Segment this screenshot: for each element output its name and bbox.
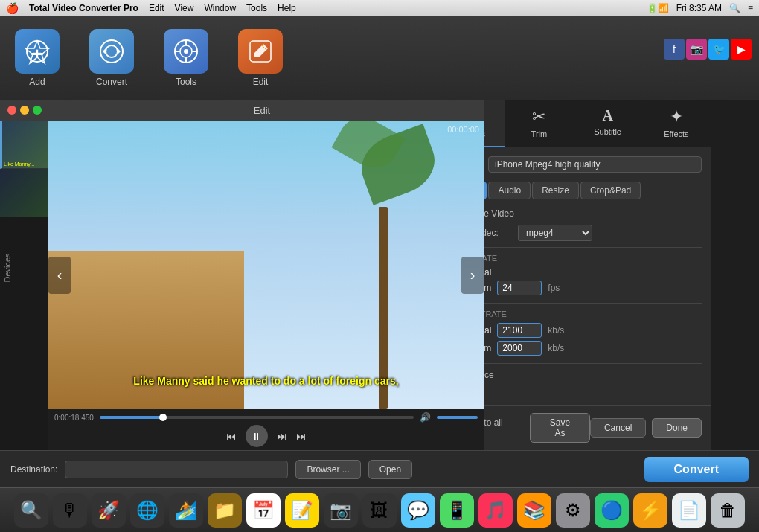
dock-antivirus[interactable]: 🔵 [595, 493, 629, 528]
dock-settings[interactable]: ⚙ [556, 493, 590, 528]
dock-finder[interactable]: 🔍 [14, 493, 48, 528]
app-name-menu[interactable]: Total Video Converter Pro [29, 3, 138, 13]
tools-icon [164, 29, 208, 74]
video-codec-select[interactable]: mpeg4 [518, 225, 592, 241]
sub-tab-audio[interactable]: Audio [488, 182, 531, 199]
edit-window-header: Edit [0, 100, 484, 121]
dock-music[interactable]: 🎵 [478, 493, 513, 528]
svg-point-9 [184, 49, 188, 54]
subtitle-tab-icon: A [602, 107, 612, 124]
youtube-icon[interactable]: ▶ [731, 39, 752, 60]
seek-bar[interactable] [100, 416, 414, 419]
video-controls: 0:00:18:450 🔊 ⏮ ⏸ [48, 409, 484, 450]
edit-window-title: Edit [254, 105, 270, 116]
dock-calendar[interactable]: 📅 [246, 493, 281, 528]
frame-rate-unit: fps [548, 283, 560, 293]
instagram-icon[interactable]: 📷 [686, 39, 707, 60]
convert-toolbar-button[interactable]: Convert [89, 29, 134, 87]
menu-tools[interactable]: Tools [246, 3, 267, 13]
edit-label: Edit [253, 77, 269, 87]
edit-icon [238, 29, 283, 74]
dock-safari[interactable]: 🌐 [130, 493, 164, 528]
dock-messages[interactable]: 💬 [401, 493, 435, 528]
dock-thunder[interactable]: ⚡ [633, 493, 667, 528]
dock-launchpad[interactable]: 🚀 [92, 493, 126, 528]
dock-notes[interactable]: 📝 [285, 493, 319, 528]
volume-icon[interactable]: 🔊 [420, 412, 431, 423]
bitrate-original-input[interactable] [497, 323, 542, 338]
twitter-icon[interactable]: 🐦 [708, 39, 729, 60]
video-area: Like Manny said he wanted to do a lot of… [48, 121, 484, 450]
dock-gallery[interactable]: 🖼 [362, 493, 397, 528]
volume-bar[interactable] [437, 416, 478, 419]
facebook-icon[interactable]: f [664, 39, 685, 60]
dock-documents[interactable]: 📄 [672, 493, 706, 528]
sub-tab-resize[interactable]: Resize [532, 182, 579, 199]
play-pause-button[interactable]: ⏸ [246, 425, 268, 447]
browser-button[interactable]: Browser ... [295, 460, 360, 479]
search-icon[interactable]: 🔍 [729, 3, 740, 13]
convert-icon [89, 29, 134, 74]
bitrate-original-unit: kb/s [548, 325, 564, 336]
next-frame-button[interactable]: ⏭ [296, 430, 307, 442]
edit-button[interactable]: Edit [238, 29, 283, 87]
video-subtitle: Like Manny said he wanted to do a lot of… [48, 375, 484, 387]
dock-mail[interactable]: 🏄 [169, 493, 203, 528]
add-icon: + [15, 29, 60, 74]
playback-controls: ⏮ ⏸ ⏭ ⏭ [226, 425, 307, 447]
cancel-button[interactable]: Cancel [590, 418, 646, 438]
dock-facetime[interactable]: 📱 [440, 493, 474, 528]
add-button[interactable]: + Add [15, 29, 60, 87]
trim-tab-label: Trim [531, 129, 548, 138]
save-as-button[interactable]: Save As [530, 413, 590, 443]
sub-tab-crop[interactable]: Crop&Pad [580, 182, 641, 199]
dock-books[interactable]: 📚 [517, 493, 551, 528]
menu-help[interactable]: Help [278, 3, 296, 13]
dock-trash[interactable]: 🗑 [711, 493, 745, 528]
social-icons: f 📷 🐦 ▶ [664, 39, 752, 60]
skip-forward-button[interactable]: ⏭ [277, 430, 287, 442]
tools-button[interactable]: Tools [164, 29, 208, 87]
bitrate-custom-unit: kb/s [548, 343, 564, 353]
apple-menu[interactable]: 🍎 [6, 2, 19, 14]
time-overlay: 00:00:00 [447, 125, 479, 134]
maximize-button[interactable] [33, 106, 42, 115]
thumbnail-strip: Like Manny... Devices [0, 121, 48, 450]
tab-trim[interactable]: ✂ Trim [505, 100, 573, 147]
close-button[interactable] [7, 106, 16, 115]
dock: 🔍 🎙 🚀 🌐 🏄 📁 📅 📝 📷 🖼 💬 📱 🎵 📚 ⚙ 🔵 ⚡ 📄 🗑 [0, 487, 759, 532]
seek-thumb [159, 414, 167, 421]
app-window: f 📷 🐦 ▶ + Add Convert Tools [0, 16, 759, 487]
destination-label: Destination: [10, 464, 57, 475]
edit-window-body: Like Manny... Devices [0, 121, 484, 450]
dock-files[interactable]: 📁 [208, 493, 242, 528]
svg-marker-6 [103, 48, 106, 54]
dock-photos[interactable]: 📷 [324, 493, 358, 528]
bottom-bar: Destination: Browser ... Open Convert [0, 450, 759, 487]
frame-rate-input[interactable]: 24 [497, 281, 542, 295]
open-button[interactable]: Open [368, 460, 412, 479]
nav-next-button[interactable]: › [461, 257, 484, 294]
menu-extras-icon[interactable]: ≡ [748, 3, 753, 13]
skip-back-button[interactable]: ⏮ [226, 430, 237, 442]
convert-button[interactable]: Convert [644, 457, 749, 482]
menubar: 🍎 Total Video Converter Pro Edit View Wi… [0, 0, 759, 16]
dock-siri[interactable]: 🎙 [53, 493, 87, 528]
bitrate-custom-input[interactable] [497, 341, 542, 356]
destination-input[interactable] [65, 461, 288, 478]
thumbnail-item-2[interactable] [0, 169, 48, 217]
profile-select[interactable]: iPhone Mpeg4 high quality [488, 156, 702, 173]
done-button[interactable]: Done [652, 418, 702, 438]
thumbnail-item-1[interactable]: Like Manny... [0, 121, 48, 169]
minimize-button[interactable] [20, 106, 29, 115]
menu-view[interactable]: View [175, 3, 194, 13]
tools-label: Tools [176, 77, 196, 87]
nav-prev-button[interactable]: ‹ [48, 257, 71, 294]
tab-effects[interactable]: ✦ Effects [642, 100, 711, 147]
tab-subtitle[interactable]: A Subtitle [574, 100, 642, 147]
menu-window[interactable]: Window [204, 3, 236, 13]
app-toolbar: f 📷 🐦 ▶ + Add Convert Tools [0, 16, 759, 100]
svg-text:+: + [33, 45, 42, 62]
menu-edit[interactable]: Edit [149, 3, 164, 13]
trim-tab-icon: ✂ [532, 107, 545, 126]
